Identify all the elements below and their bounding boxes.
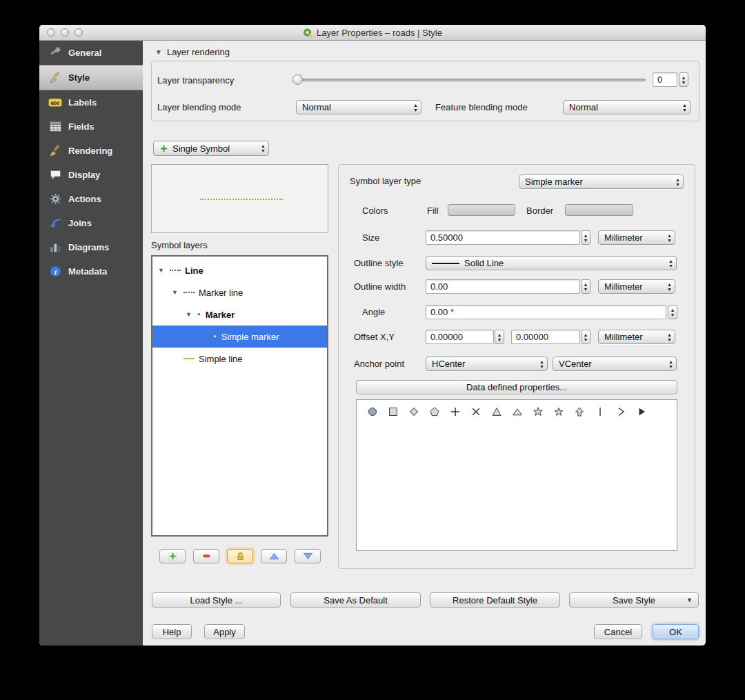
marker-shape-square-icon[interactable]	[387, 406, 399, 417]
symbol-layer-type-label: Symbol layer type	[350, 176, 421, 186]
tree-item-label: Line	[185, 266, 203, 276]
marker-shape-equilateral_triangle-icon[interactable]	[511, 406, 523, 417]
restore-default-style-button[interactable]: Restore Default Style	[430, 592, 560, 608]
popup-arrows-icon: ▲▼	[667, 282, 672, 292]
transparency-slider-track[interactable]	[296, 79, 646, 81]
sidebar-item-fields[interactable]: Fields	[39, 114, 143, 139]
ok-button[interactable]: OK	[653, 624, 699, 639]
tree-item-simple-marker[interactable]: Simple marker	[152, 326, 327, 348]
save-style-menu-button[interactable]: Save Style ▼	[569, 592, 699, 608]
expander-icon[interactable]: ▼	[158, 267, 166, 274]
window-titlebar: Layer Properties – roads | Style	[39, 25, 706, 41]
layer-properties-window: Layer Properties – roads | Style General…	[39, 25, 706, 646]
save-as-default-button[interactable]: Save As Default	[290, 592, 421, 608]
tree-item-label: Marker line	[199, 288, 243, 298]
anchor-vertical-select[interactable]: VCenter ▲▼	[553, 357, 677, 371]
colors-label: Colors	[362, 206, 388, 216]
tree-item-marker-line[interactable]: ▼ Marker line	[152, 281, 327, 303]
size-stepper[interactable]: ▲▼	[581, 230, 590, 245]
layer-rendering-label: Layer rendering	[167, 47, 230, 57]
size-input[interactable]: 0.50000	[426, 230, 580, 245]
offset-x-stepper[interactable]: ▲▼	[495, 330, 504, 344]
offset-x-input[interactable]: 0.00000	[426, 330, 494, 344]
sidebar-item-actions[interactable]: Actions	[39, 187, 143, 211]
expander-icon[interactable]: ▼	[172, 289, 179, 296]
layer-blending-mode-label: Layer blending mode	[157, 102, 241, 112]
feature-blending-mode-select[interactable]: Normal ▲▼	[563, 100, 691, 114]
sidebar-item-display[interactable]: Display	[39, 163, 143, 187]
collapse-triangle-icon[interactable]: ▼	[155, 48, 162, 56]
transparency-slider-handle[interactable]	[292, 74, 303, 85]
outline-width-unit-select[interactable]: Millimeter ▲▼	[598, 279, 675, 294]
marker-shape-diamond-icon[interactable]	[408, 406, 419, 417]
layer-rendering-group: Layer transparency 0 ▲▼ Layer blending m…	[151, 61, 699, 121]
solid-line-sample-icon	[432, 263, 459, 264]
offset-y-input[interactable]: 0.00000	[511, 330, 580, 344]
size-label: Size	[362, 232, 379, 243]
offset-unit-select[interactable]: Millimeter ▲▼	[598, 330, 675, 344]
tree-item-line[interactable]: ▼ Line	[152, 259, 327, 281]
marker-shape-arrow-icon[interactable]	[573, 406, 585, 417]
offset-y-stepper[interactable]: ▲▼	[581, 330, 590, 344]
symbol-type-select[interactable]: Single Symbol ▲▼	[153, 141, 269, 156]
outline-style-select[interactable]: Solid Line ▲▼	[426, 256, 677, 270]
lock-icon	[236, 552, 245, 561]
sidebar-item-metadata[interactable]: i Metadata	[39, 259, 143, 283]
qgis-logo-icon	[303, 28, 313, 38]
marker-shape-cross2-icon[interactable]	[470, 406, 481, 417]
marker-shape-line-icon[interactable]	[594, 406, 606, 417]
marker-shape-triangle-icon[interactable]	[490, 406, 502, 417]
marker-shape-cross-icon[interactable]	[449, 406, 461, 417]
data-defined-properties-button[interactable]: Data defined properties...	[356, 380, 677, 394]
apply-button[interactable]: Apply	[204, 624, 245, 639]
sidebar-item-general[interactable]: General	[39, 41, 143, 65]
sidebar-item-diagrams[interactable]: Diagrams	[39, 235, 143, 259]
popup-arrows-icon: ▲▼	[539, 359, 544, 369]
size-unit-select[interactable]: Millimeter ▲▼	[598, 230, 675, 245]
angle-input[interactable]: 0.00 °	[426, 305, 666, 319]
marker-dot-icon	[213, 330, 217, 343]
fill-color-swatch[interactable]	[448, 204, 515, 216]
add-symbol-layer-button[interactable]	[159, 549, 186, 563]
border-color-swatch[interactable]	[565, 204, 633, 216]
help-button[interactable]: Help	[152, 624, 192, 639]
outline-width-stepper[interactable]: ▲▼	[581, 279, 590, 294]
outline-width-input[interactable]: 0.00	[426, 279, 580, 294]
lock-color-button[interactable]	[227, 549, 253, 563]
load-style-button[interactable]: Load Style ...	[152, 592, 281, 608]
marker-shape-pentagon-icon[interactable]	[428, 406, 440, 417]
tree-item-simple-line[interactable]: Simple line	[152, 348, 327, 370]
tree-item-label: Simple line	[199, 354, 243, 364]
move-layer-up-button[interactable]	[261, 549, 287, 563]
sidebar-item-joins[interactable]: Joins	[39, 211, 143, 235]
metadata-info-icon: i	[48, 266, 62, 278]
symbol-layer-properties-group: Symbol layer type Simple marker ▲▼ Color…	[338, 164, 695, 569]
popup-arrows-icon: ▲▼	[413, 103, 418, 112]
down-arrow-icon	[303, 552, 313, 560]
marker-shape-filled_arrowhead-icon[interactable]	[635, 406, 647, 417]
marker-shape-circle-icon[interactable]	[366, 406, 378, 417]
cancel-button[interactable]: Cancel	[594, 624, 642, 639]
marker-line-icon	[170, 270, 181, 271]
diagrams-chart-icon	[48, 241, 62, 254]
expander-icon[interactable]: ▼	[186, 311, 193, 318]
transparency-value-input[interactable]: 0	[653, 72, 677, 87]
marker-shape-arrowhead-icon[interactable]	[615, 406, 626, 417]
angle-stepper[interactable]: ▲▼	[668, 305, 677, 319]
sidebar-item-labels[interactable]: abc Labels	[39, 90, 143, 114]
layer-blending-mode-select[interactable]: Normal ▲▼	[296, 100, 421, 114]
sidebar-item-style[interactable]: Style	[39, 65, 143, 90]
remove-symbol-layer-button[interactable]	[193, 549, 219, 563]
anchor-horizontal-select[interactable]: HCenter ▲▼	[426, 357, 548, 371]
tree-item-marker[interactable]: ▼ Marker	[152, 303, 327, 326]
layer-rendering-section-header[interactable]: ▼ Layer rendering	[155, 47, 230, 57]
move-layer-down-button[interactable]	[295, 549, 321, 563]
marker-shape-regular_star-icon[interactable]	[553, 406, 564, 417]
symbol-layer-type-select[interactable]: Simple marker ▲▼	[519, 174, 684, 189]
marker-shape-star-icon[interactable]	[532, 406, 544, 417]
transparency-stepper[interactable]: ▲▼	[679, 72, 688, 87]
plus-icon	[168, 552, 177, 561]
sidebar-item-label: Fields	[68, 121, 95, 132]
offset-xy-label: Offset X,Y	[354, 332, 395, 342]
sidebar-item-rendering[interactable]: Rendering	[39, 139, 143, 163]
